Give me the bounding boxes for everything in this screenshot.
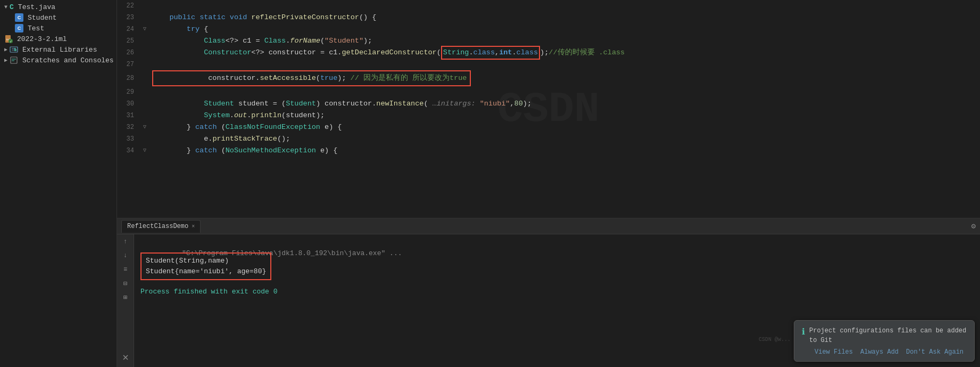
sidebar-item-label-test-java: Test.java [18,3,55,11]
sidebar-item-label-scratches: Scratches and Consoles [22,56,114,64]
svg-text:✓: ✓ [10,40,12,43]
sidebar-item-external-libs[interactable]: ▶ External Libraries [0,44,117,55]
sidebar-item-label-iml: 2022-3-2.iml [17,35,67,43]
notification-links: View Files Always Add Don't Ask Again [802,348,967,356]
svg-rect-8 [15,49,16,51]
java-class-icon: C [15,13,23,22]
console-gutter: ↑ ↓ ≡ ⊟ ⊞ [117,234,134,367]
sidebar-item-test[interactable]: C Test [0,23,117,34]
code-line-31: 31 System.out.println(student); [117,110,980,121]
svg-rect-9 [11,57,17,63]
scratches-icon [10,56,18,64]
notification-text: Project configurations files can be adde… [809,326,967,345]
code-area[interactable]: 22 23 public static void reflectPrivateC… [117,0,980,218]
sidebar-item-iml[interactable]: iml ✓ 2022-3-2.iml [0,34,117,44]
main-area: CSDN 22 23 public static void reflectPri… [117,0,980,367]
code-line-30: 30 Student student = (Student) construct… [117,98,980,110]
format-button[interactable]: ≡ [120,264,131,275]
console-output-line-1: Student(String,name) [146,256,266,266]
iml-file-icon: iml ✓ [4,35,13,43]
notification-popup: ℹ Project configurations files can be ad… [794,320,975,362]
sidebar-item-label-ext-libs: External Libraries [22,46,97,54]
code-line-29: 29 [117,86,980,98]
notif-link-view-files[interactable]: View Files [815,348,853,356]
code-line-23: 23 public static void reflectPrivateCons… [117,12,980,23]
sidebar-item-label-test: Test [28,25,44,32]
sidebar-item-label-student: Student [28,14,57,22]
collapse-button[interactable]: ⊟ [120,278,131,289]
clear-button[interactable] [120,352,131,363]
scroll-up-button[interactable]: ↑ [120,236,131,247]
code-line-33: 33 e.printStackTrace(); [117,133,980,145]
code-line-34: 34 ▽ } catch (NoSuchMethodException e) { [117,145,980,157]
expand-button[interactable]: ⊞ [120,292,131,303]
console-output-line-2: Student{name='niubi', age=80} [146,266,266,277]
console-gear-button[interactable]: ⚙ [971,222,976,231]
code-line-25: 25 Class<?> c1 = Class.forName("Student"… [117,35,980,47]
java-file-icon: C [10,3,14,11]
console-line-path: "C:\Program Files\Java\jdk1.8.0_192\bin\… [140,238,974,248]
sidebar: ▼ C Test.java C Student C Test iml ✓ 20 [0,0,117,367]
notif-link-dont-ask[interactable]: Don't Ask Again [906,348,964,356]
console-process-done: Process finished with exit code 0 [140,288,974,296]
sidebar-item-scratches[interactable]: ▶ Scratches and Consoles [0,55,117,66]
editor-area: CSDN 22 23 public static void reflectPri… [117,0,980,218]
svg-rect-7 [14,48,15,51]
sidebar-item-test-java[interactable]: ▼ C Test.java [0,2,117,12]
code-line-22: 22 [117,0,980,12]
code-line-26: 26 Constructor<?> constructor = c1.getDe… [117,47,980,59]
code-line-27: 27 [117,59,980,70]
console-tab-reflect[interactable]: ReflectClassDemo × [121,220,201,233]
notification-icon: ℹ [802,327,805,337]
notif-link-always-add[interactable]: Always Add [860,348,899,356]
console-toolbar: ReflectClassDemo × ⚙ [117,218,980,234]
code-line-32: 32 ▽ } catch (ClassNotFoundException e) … [117,121,980,133]
expand-arrow-icon: ▼ [4,4,7,10]
code-line-28: 28 constructor.setAccessible(true); // 因… [117,70,980,86]
java-class-icon-2: C [15,24,23,32]
console-tab-label: ReflectClassDemo [127,223,188,230]
console-tab-close[interactable]: × [192,224,195,230]
scroll-down-button[interactable]: ↓ [120,250,131,261]
scratches-arrow-icon: ▶ [4,57,7,63]
code-line-24: 24 ▽ try { [117,23,980,35]
console-output-highlighted: Student(String,name) Student{name='niubi… [140,252,271,280]
ext-libs-icon [10,45,18,54]
ext-libs-arrow-icon: ▶ [4,46,7,53]
notification-content: ℹ Project configurations files can be ad… [802,326,967,345]
sidebar-item-student[interactable]: C Student [0,12,117,23]
